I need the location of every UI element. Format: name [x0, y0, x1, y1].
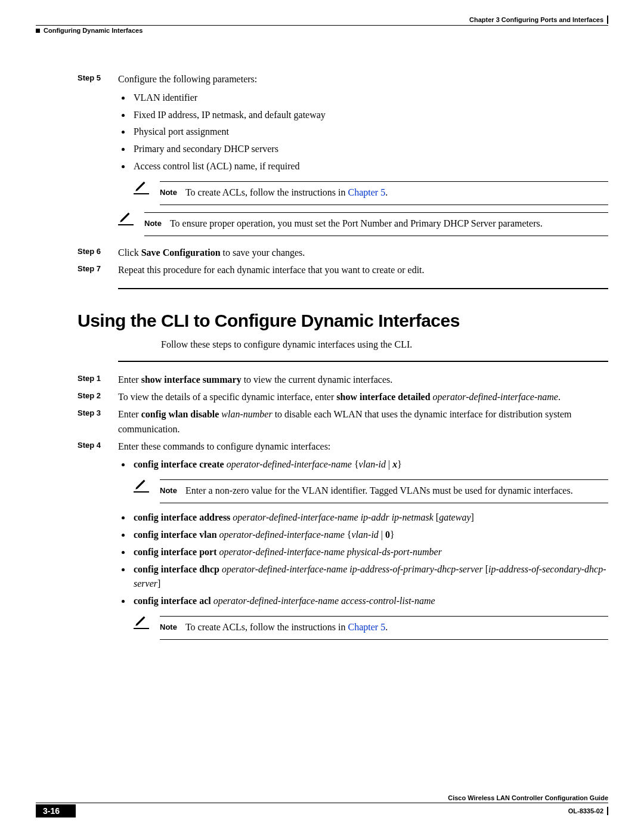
- cli-commands: config interface create operator-defined…: [118, 457, 608, 640]
- step-text: To view the details of a specific dynami…: [118, 390, 608, 405]
- pen-icon: [134, 476, 149, 491]
- cli-step-3: Step 3 Enter config wlan disable wlan-nu…: [78, 407, 608, 437]
- pen-icon: [134, 178, 149, 193]
- square-icon: [36, 29, 40, 33]
- guide-title: Cisco Wireless LAN Controller Configurat…: [448, 794, 608, 801]
- note-label: Note: [160, 620, 177, 634]
- chapter-label: Chapter 3 Configuring Ports and Interfac…: [469, 16, 603, 23]
- chapter-link[interactable]: Chapter 5: [348, 622, 386, 632]
- step-7: Step 7 Repeat this procedure for each dy…: [78, 263, 608, 278]
- vbar-icon: [607, 16, 608, 24]
- section-breadcrumb: Configuring Dynamic Interfaces: [36, 27, 608, 34]
- step-label: Step 5: [78, 72, 118, 82]
- step-text: Click Save Configuration to save your ch…: [118, 246, 608, 261]
- note-label: Note: [160, 484, 177, 498]
- steps-rule: [118, 361, 608, 362]
- step5-bullets: VLAN identifier Fixed IP address, IP net…: [118, 91, 608, 174]
- list-item: Primary and secondary DHCP servers: [131, 142, 608, 157]
- section-heading: Using the CLI to Configure Dynamic Inter…: [78, 311, 608, 331]
- note-cli-1: Note Enter a non-zero value for the VLAN…: [134, 479, 608, 503]
- step-text: Repeat this procedure for each dynamic i…: [118, 263, 608, 278]
- note-label: Note: [160, 185, 177, 200]
- cli-step-1: Step 1 Enter show interface summary to v…: [78, 373, 608, 388]
- step-label: Step 6: [78, 246, 118, 256]
- pen-icon: [134, 612, 149, 628]
- doc-number: OL-8335-02: [568, 807, 608, 815]
- list-item: Fixed IP address, IP netmask, and defaul…: [131, 108, 608, 123]
- cli-step-2: Step 2 To view the details of a specific…: [78, 390, 608, 405]
- step-label: Step 3: [78, 407, 118, 417]
- step-label: Step 1: [78, 373, 118, 383]
- note-label: Note: [144, 216, 162, 231]
- list-item: config interface port operator-defined-i…: [131, 545, 608, 560]
- page-footer: Cisco Wireless LAN Controller Configurat…: [36, 794, 608, 817]
- running-header: Chapter 3 Configuring Ports and Interfac…: [36, 16, 608, 25]
- page-number: 3-16: [36, 804, 76, 817]
- chapter-link[interactable]: Chapter 5: [348, 187, 386, 197]
- list-item: config interface acl operator-defined-in…: [131, 594, 608, 640]
- list-item: config interface dhcp operator-defined-i…: [131, 562, 608, 592]
- list-item: Access control list (ACL) name, if requi…: [131, 159, 608, 174]
- list-item: Physical port assignment: [131, 125, 608, 140]
- step-text: Enter these commands to configure dynami…: [118, 441, 330, 451]
- note-cli-2: Note To create ACLs, follow the instruct…: [134, 616, 608, 640]
- step-label: Step 7: [78, 263, 118, 273]
- note-text: To ensure proper operation, you must set…: [170, 216, 608, 231]
- note-text: Enter a non-zero value for the VLAN iden…: [185, 484, 608, 498]
- section-rule: [118, 288, 608, 289]
- list-item: VLAN identifier: [131, 91, 608, 106]
- pen-icon: [118, 209, 134, 224]
- note-inner: Note To create ACLs, follow the instruct…: [134, 181, 608, 205]
- note-text: To create ACLs, follow the instructions …: [185, 185, 608, 200]
- step-text: Enter show interface summary to view the…: [118, 373, 608, 388]
- section-intro: Follow these steps to configure dynamic …: [161, 339, 608, 350]
- step-6: Step 6 Click Save Configuration to save …: [78, 246, 608, 261]
- step-text: Configure the following parameters:: [118, 74, 257, 84]
- section-label: Configuring Dynamic Interfaces: [44, 27, 143, 34]
- vbar-icon: [607, 807, 608, 815]
- step-5: Step 5 Configure the following parameter…: [78, 72, 608, 243]
- step-label: Step 2: [78, 390, 118, 400]
- step-label: Step 4: [78, 439, 118, 450]
- list-item: config interface address operator-define…: [131, 510, 608, 525]
- step-text: Enter config wlan disable wlan-number to…: [118, 407, 608, 437]
- list-item: config interface vlan operator-defined-i…: [131, 528, 608, 543]
- list-item: config interface create operator-defined…: [131, 457, 608, 503]
- note-outer: Note To ensure proper operation, you mus…: [118, 212, 608, 236]
- cli-step-4: Step 4 Enter these commands to configure…: [78, 439, 608, 647]
- note-text: To create ACLs, follow the instructions …: [185, 620, 608, 634]
